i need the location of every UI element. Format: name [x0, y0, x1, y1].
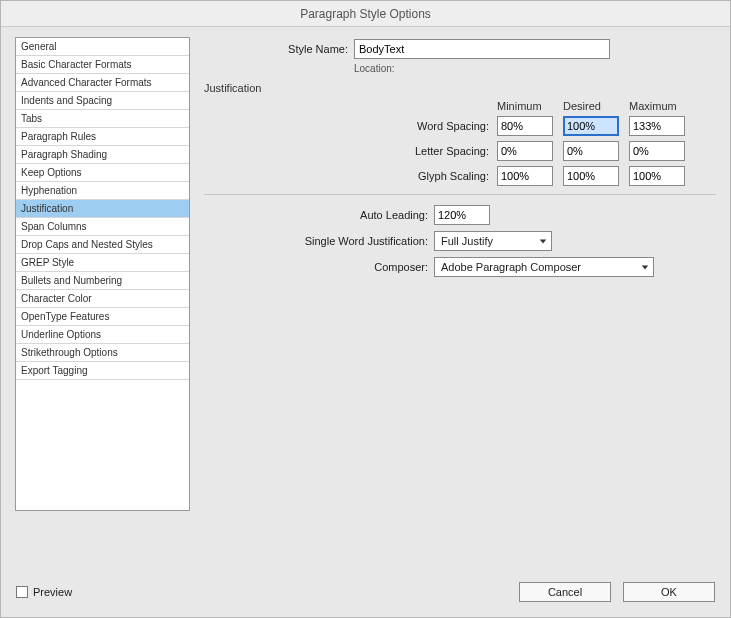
grid-input-0-min[interactable]: [497, 116, 553, 136]
sidebar-item-general[interactable]: General: [16, 38, 189, 56]
swj-value: Full Justify: [441, 235, 493, 247]
sidebar-item-keep-options[interactable]: Keep Options: [16, 164, 189, 182]
section-title: Justification: [204, 82, 716, 94]
auto-leading-input[interactable]: [434, 205, 490, 225]
svg-marker-0: [540, 239, 546, 243]
preview-checkbox[interactable]: [16, 586, 28, 598]
preview-label: Preview: [33, 586, 72, 598]
grid-row-label: Word Spacing:: [309, 120, 497, 132]
sidebar-item-export-tagging[interactable]: Export Tagging: [16, 362, 189, 380]
composer-select[interactable]: Adobe Paragraph Composer: [434, 257, 654, 277]
grid-input-0-des[interactable]: [563, 116, 619, 136]
divider: [204, 194, 716, 195]
category-sidebar[interactable]: GeneralBasic Character FormatsAdvanced C…: [15, 37, 190, 511]
sidebar-item-justification[interactable]: Justification: [16, 200, 189, 218]
swj-label: Single Word Justification:: [264, 235, 434, 247]
swj-select[interactable]: Full Justify: [434, 231, 552, 251]
sidebar-item-span-columns[interactable]: Span Columns: [16, 218, 189, 236]
composer-label: Composer:: [264, 261, 434, 273]
grid-input-2-max[interactable]: [629, 166, 685, 186]
sidebar-item-underline-options[interactable]: Underline Options: [16, 326, 189, 344]
sidebar-item-paragraph-shading[interactable]: Paragraph Shading: [16, 146, 189, 164]
sidebar-item-grep-style[interactable]: GREP Style: [16, 254, 189, 272]
sidebar-item-indents-and-spacing[interactable]: Indents and Spacing: [16, 92, 189, 110]
sidebar-item-strikethrough-options[interactable]: Strikethrough Options: [16, 344, 189, 362]
grid-input-2-min[interactable]: [497, 166, 553, 186]
ok-button[interactable]: OK: [623, 582, 715, 602]
grid-row-label: Glyph Scaling:: [309, 170, 497, 182]
location-label: Location:: [354, 63, 395, 74]
sidebar-item-character-color[interactable]: Character Color: [16, 290, 189, 308]
composer-value: Adobe Paragraph Composer: [441, 261, 581, 273]
style-name-label: Style Name:: [204, 43, 354, 55]
grid-input-1-min[interactable]: [497, 141, 553, 161]
sidebar-item-basic-character-formats[interactable]: Basic Character Formats: [16, 56, 189, 74]
cancel-button[interactable]: Cancel: [519, 582, 611, 602]
window-title: Paragraph Style Options: [1, 1, 730, 27]
col-desired: Desired: [563, 100, 629, 112]
col-minimum: Minimum: [497, 100, 563, 112]
chevron-down-icon: [641, 261, 649, 273]
sidebar-item-drop-caps-and-nested-styles[interactable]: Drop Caps and Nested Styles: [16, 236, 189, 254]
sidebar-item-paragraph-rules[interactable]: Paragraph Rules: [16, 128, 189, 146]
svg-marker-1: [642, 265, 648, 269]
sidebar-item-opentype-features[interactable]: OpenType Features: [16, 308, 189, 326]
sidebar-item-hyphenation[interactable]: Hyphenation: [16, 182, 189, 200]
grid-input-0-max[interactable]: [629, 116, 685, 136]
sidebar-item-bullets-and-numbering[interactable]: Bullets and Numbering: [16, 272, 189, 290]
grid-input-1-des[interactable]: [563, 141, 619, 161]
sidebar-item-tabs[interactable]: Tabs: [16, 110, 189, 128]
grid-input-2-des[interactable]: [563, 166, 619, 186]
grid-row-label: Letter Spacing:: [309, 145, 497, 157]
grid-input-1-max[interactable]: [629, 141, 685, 161]
style-name-input[interactable]: [354, 39, 610, 59]
sidebar-item-advanced-character-formats[interactable]: Advanced Character Formats: [16, 74, 189, 92]
col-maximum: Maximum: [629, 100, 695, 112]
chevron-down-icon: [539, 235, 547, 247]
auto-leading-label: Auto Leading:: [264, 209, 434, 221]
